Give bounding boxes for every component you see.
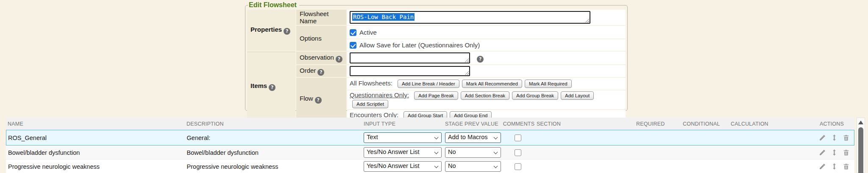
add-page-break-button[interactable]: Add Page Break [414, 91, 458, 100]
add-layout-button[interactable]: Add Layout [561, 91, 594, 100]
comments-checkbox[interactable] [515, 135, 521, 141]
flowsheet-name-label: Flowsheet Name [296, 10, 346, 25]
edit-flowsheet-panel: Edit Flowsheet Properties? Flowsheet Nam… [245, 1, 628, 111]
order-label-cell: Order? [296, 65, 346, 77]
observation-label-cell: Observation? [296, 52, 346, 64]
chevron-down-icon [494, 135, 498, 140]
add-scriptlet-button[interactable]: Add Scriptlet [352, 100, 388, 108]
all-flowsheets-label: All Flowsheets: [350, 80, 392, 87]
column-header-stage-prev-value: STAGE PREV VALUE [443, 121, 501, 127]
order-label: Order [300, 67, 316, 74]
mark-all-required-button[interactable]: Mark All Required [525, 80, 572, 88]
order-help-icon[interactable]: ? [317, 69, 324, 76]
column-header-required: REQUIRED [634, 121, 681, 127]
comments-checkbox[interactable] [515, 149, 521, 156]
item-description: Progressive neurologic weakness [185, 163, 362, 170]
stage-prev-value-select[interactable]: No [445, 147, 501, 158]
observation-field-help-icon[interactable]: ? [477, 56, 484, 63]
comments-checkbox[interactable] [515, 163, 521, 170]
edit-pencil-icon[interactable] [819, 134, 826, 141]
add-section-break-button[interactable]: Add Section Break [461, 91, 509, 100]
item-name: Bowel/bladder dysfunction [6, 149, 185, 156]
chevron-down-icon [494, 164, 498, 168]
options-label: Options [296, 26, 346, 51]
column-header-conditional: CONDITIONAL [681, 121, 729, 127]
column-header-description: DESCRIPTION [185, 121, 362, 127]
resize-grip-icon[interactable] [465, 58, 469, 62]
edit-pencil-icon[interactable] [819, 149, 826, 156]
encounters-only-label: Encounters Only: [350, 111, 398, 118]
move-vertical-icon[interactable] [831, 134, 838, 141]
flow-help-icon[interactable]: ? [315, 97, 322, 104]
item-description: General: [185, 135, 362, 141]
resize-grip-icon[interactable] [465, 71, 469, 75]
table-row[interactable]: Bowel/bladder dysfunction Bowel/bladder … [6, 146, 854, 159]
item-description: Bowel/bladder dysfunction [185, 149, 362, 156]
order-input[interactable] [350, 66, 470, 76]
input-type-select[interactable]: Yes/No Answer List [364, 147, 442, 158]
chevron-down-icon [434, 150, 439, 154]
active-checkbox[interactable] [350, 29, 356, 36]
delete-trash-icon[interactable] [843, 149, 850, 156]
move-vertical-icon[interactable] [831, 149, 838, 156]
column-header-input-type: INPUT TYPE [362, 121, 443, 127]
stage-prev-value-select[interactable]: Add to Macros [445, 132, 501, 143]
delete-trash-icon[interactable] [843, 134, 850, 141]
add-line-break-header-button[interactable]: Add Line Break / Header [398, 80, 459, 88]
scroll-up-arrow-icon[interactable] [858, 121, 863, 124]
items-group-label-cell: Items? [247, 52, 295, 121]
flowsheet-form: Properties? Flowsheet Name ROS-Low Back … [246, 9, 626, 121]
items-group-label: Items [250, 82, 267, 89]
flowsheet-name-input[interactable]: ROS-Low Back Pain [350, 11, 590, 24]
vertical-scrollbar[interactable] [857, 118, 865, 173]
items-table-header: NAME DESCRIPTION INPUT TYPE STAGE PREV V… [6, 118, 854, 130]
items-table: NAME DESCRIPTION INPUT TYPE STAGE PREV V… [6, 118, 854, 173]
resize-grip-icon[interactable] [585, 19, 589, 22]
allow-save-checkbox-label: Allow Save for Later (Questionnaires Onl… [359, 41, 480, 49]
active-checkbox-label: Active [359, 29, 377, 36]
stage-prev-value-select[interactable]: No [445, 161, 501, 172]
chevron-down-icon [494, 150, 498, 154]
move-vertical-icon[interactable] [831, 163, 838, 170]
panel-title: Edit Flowsheet [248, 1, 299, 9]
column-header-name: NAME [6, 121, 185, 127]
flow-label: Flow [300, 95, 313, 102]
table-row[interactable]: Progressive neurologic weakness Progress… [6, 159, 854, 173]
properties-group-label-cell: Properties? [247, 10, 295, 51]
allow-save-checkbox[interactable] [350, 42, 356, 49]
flow-label-cell: Flow? [296, 78, 346, 121]
table-row[interactable]: ROS_General General: Text Add to Macros [6, 130, 854, 146]
edit-pencil-icon[interactable] [819, 163, 826, 170]
items-help-icon[interactable]: ? [269, 84, 275, 91]
column-header-section: SECTION [535, 121, 634, 127]
chevron-down-icon [434, 135, 439, 140]
mark-all-recommended-button[interactable]: Mark All Recommended [462, 80, 522, 88]
observation-input[interactable] [350, 52, 470, 63]
delete-trash-icon[interactable] [843, 163, 850, 170]
column-header-comments: COMMENTS [501, 121, 535, 127]
scrollbar-thumb[interactable] [858, 127, 863, 173]
input-type-select[interactable]: Text [364, 132, 442, 143]
item-name: Progressive neurologic weakness [6, 163, 185, 170]
observation-help-icon[interactable]: ? [336, 56, 342, 63]
column-header-calculation: CALCULATION [729, 121, 818, 127]
item-name: ROS_General [6, 135, 185, 141]
questionnaires-only-label: Questionnaires Only: [350, 91, 409, 99]
add-group-break-button[interactable]: Add Group Break [512, 91, 558, 100]
properties-group-label: Properties [250, 26, 282, 33]
column-header-actions: ACTIONS [818, 121, 854, 127]
properties-help-icon[interactable]: ? [284, 28, 290, 35]
observation-label: Observation [300, 54, 334, 61]
chevron-down-icon [434, 164, 439, 168]
input-type-select[interactable]: Yes/No Answer List [364, 161, 442, 172]
flowsheet-name-value: ROS-Low Back Pain [352, 13, 415, 21]
